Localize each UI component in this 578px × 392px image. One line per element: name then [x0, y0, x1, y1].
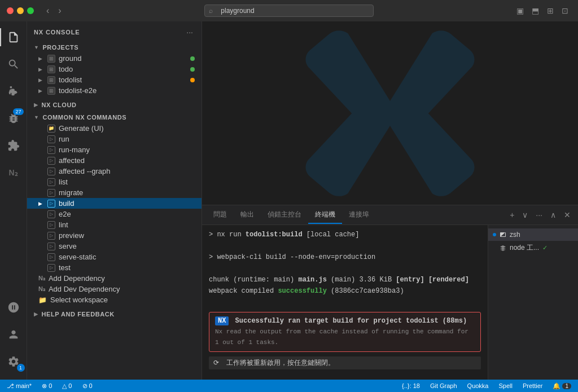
activity-item-files[interactable] [0, 24, 27, 51]
todo-label: todo [59, 65, 73, 73]
tab-debug-console[interactable]: 偵錯主控台 [261, 206, 308, 224]
maximize-button[interactable] [27, 7, 34, 14]
session-zsh[interactable]: zsh [488, 228, 578, 241]
statusbar-quokka[interactable]: Quokka [465, 380, 491, 392]
terminal-tabs: 問題 輸出 偵錯主控台 終端機 連接埠 + ∨ ··· ∧ ✕ [202, 205, 578, 225]
sidebar-layout-button[interactable]: ▣ [514, 5, 527, 16]
todolist-icon: ⊞ [47, 76, 55, 84]
serve-static-icon: ▷ [47, 253, 55, 261]
cmd-affected-graph-label: affected --graph [59, 167, 111, 175]
statusbar-prettier[interactable]: Prettier [520, 380, 545, 392]
prettier-label: Prettier [523, 382, 542, 389]
search-input[interactable] [204, 5, 374, 17]
vscode-logo-area [202, 21, 578, 205]
project-ground[interactable]: ▶ ⊞ ground [27, 53, 202, 64]
activity-item-nx[interactable]: N₂ [0, 159, 27, 186]
back-button[interactable]: ‹ [43, 5, 52, 17]
activity-item-docker[interactable] [0, 294, 27, 321]
forward-button[interactable]: › [55, 5, 64, 17]
cmd-preview[interactable]: ▷ preview [27, 230, 202, 241]
select-workspace[interactable]: 📁 Select workspace [27, 294, 202, 305]
terminal-line-5: chunk (runtime: main) main.js (main) 3.3… [209, 275, 481, 285]
statusbar-spell[interactable]: Spell [497, 380, 515, 392]
statusbar-position[interactable]: {..}: 18 [400, 380, 422, 392]
cmd-migrate[interactable]: ▷ migrate [27, 187, 202, 198]
commands-label: COMMON NX COMMANDS [42, 114, 126, 121]
activity-bar: 27 N₂ 1 [0, 21, 27, 380]
section-help[interactable]: ▶ HELP AND FEEDBACK [27, 307, 202, 320]
section-nx-cloud[interactable]: ▶ NX CLOUD [27, 98, 202, 111]
search-icon: ⌕ [209, 7, 213, 15]
cmd-affected[interactable]: ▷ affected [27, 155, 202, 166]
session-node-label: node 工... [510, 243, 539, 253]
cmd-serve[interactable]: ▷ serve [27, 241, 202, 252]
statusbar-warnings[interactable]: △ 0 [60, 380, 74, 392]
ground-arrow: ▶ [38, 56, 44, 61]
cmd-serve-static[interactable]: ▷ serve-static [27, 252, 202, 262]
activity-item-settings[interactable]: 1 [0, 348, 27, 375]
cmd-affected-graph[interactable]: ▷ affected --graph [27, 166, 202, 177]
activity-item-extensions[interactable] [0, 132, 27, 159]
success-message: Successfully ran target build for projec… [235, 317, 467, 325]
panel-layout-button[interactable]: ⬒ [529, 5, 542, 16]
split-terminal-button[interactable]: ∨ [519, 209, 531, 221]
activity-item-account[interactable] [0, 321, 27, 348]
add-dependency[interactable]: N₂ Add Dependency [27, 273, 202, 284]
branch-label: main* [16, 382, 32, 389]
todolist-e2e-arrow: ▶ [38, 88, 44, 94]
cmd-serve-label: serve [59, 242, 77, 250]
terminal-sessions: zsh node 工... ✓ [488, 225, 578, 380]
section-commands[interactable]: ▼ COMMON NX COMMANDS [27, 111, 202, 123]
projects-arrow: ▼ [34, 45, 39, 50]
git-graph-label: Git Graph [430, 382, 457, 389]
minimize-button[interactable] [17, 7, 24, 14]
statusbar-errors[interactable]: ⊗ 0 [40, 380, 54, 392]
new-terminal-button[interactable]: + [507, 209, 517, 221]
cmd-test[interactable]: ▷ test [27, 262, 202, 273]
project-todolist[interactable]: ▶ ⊞ todolist [27, 74, 202, 85]
grid-layout-button[interactable]: ⊞ [544, 5, 557, 16]
todo-status-dot [190, 67, 195, 72]
cmd-run[interactable]: ▷ run [27, 134, 202, 144]
titlebar-search-area: ⌕ [69, 5, 509, 17]
todo-arrow: ▶ [38, 67, 44, 72]
tab-output[interactable]: 輸出 [234, 206, 261, 224]
cmd-e2e[interactable]: ▷ e2e [27, 209, 202, 219]
more-terminal-button[interactable]: ··· [533, 209, 545, 221]
close-panel-button[interactable]: ✕ [561, 209, 573, 221]
sidebar: NX CONSOLE ··· ▼ PROJECTS ▶ ⊞ ground ▶ ⊞… [27, 21, 202, 380]
session-node[interactable]: node 工... ✓ [488, 241, 578, 255]
maximize-panel-button[interactable]: ∧ [548, 209, 559, 221]
help-label: HELP AND FEEDBACK [42, 311, 115, 318]
generate-icon: 📁 [47, 125, 55, 133]
statusbar-git-graph[interactable]: Git Graph [428, 380, 459, 392]
add-dev-dependency[interactable]: N₂ Add Dev Dependency [27, 284, 202, 294]
project-todolist-e2e[interactable]: ▶ ⊞ todolist-e2e [27, 85, 202, 96]
todolist-e2e-icon: ⊞ [47, 87, 55, 95]
more-actions-button[interactable]: ··· [185, 27, 195, 37]
project-todo[interactable]: ▶ ⊞ todo [27, 64, 202, 74]
cmd-e2e-label: e2e [59, 210, 71, 218]
statusbar-info[interactable]: ⊘ 0 [80, 380, 95, 392]
tab-terminal[interactable]: 終端機 [308, 206, 342, 224]
activity-item-debug[interactable]: 27 [0, 105, 27, 132]
custom-layout-button[interactable]: ⊡ [559, 5, 571, 16]
tab-problems[interactable]: 問題 [207, 206, 234, 224]
terminal-main[interactable]: > nx run todolist:build [local cache] > … [202, 225, 488, 380]
cmd-lint-label: lint [59, 221, 68, 229]
run-many-icon: ▷ [47, 146, 55, 154]
statusbar-branch[interactable]: ⎇ main* [5, 380, 34, 392]
tab-ports[interactable]: 連接埠 [342, 206, 376, 224]
activity-item-source-control[interactable] [0, 78, 27, 105]
cmd-list[interactable]: ▷ list [27, 177, 202, 187]
cmd-lint[interactable]: ▷ lint [27, 219, 202, 230]
cmd-generate-ui[interactable]: 📁 Generate (UI) [27, 123, 202, 134]
activity-item-search[interactable] [0, 51, 27, 78]
close-button[interactable] [7, 7, 14, 14]
ground-status-dot [190, 56, 195, 61]
statusbar-notification[interactable]: 🔔 1 [550, 380, 573, 392]
section-projects[interactable]: ▼ PROJECTS [27, 41, 202, 53]
cmd-build[interactable]: ▶ ▷ build [27, 198, 202, 209]
cmd-run-many[interactable]: ▷ run-many [27, 144, 202, 155]
main-layout: 27 N₂ 1 [0, 21, 578, 380]
